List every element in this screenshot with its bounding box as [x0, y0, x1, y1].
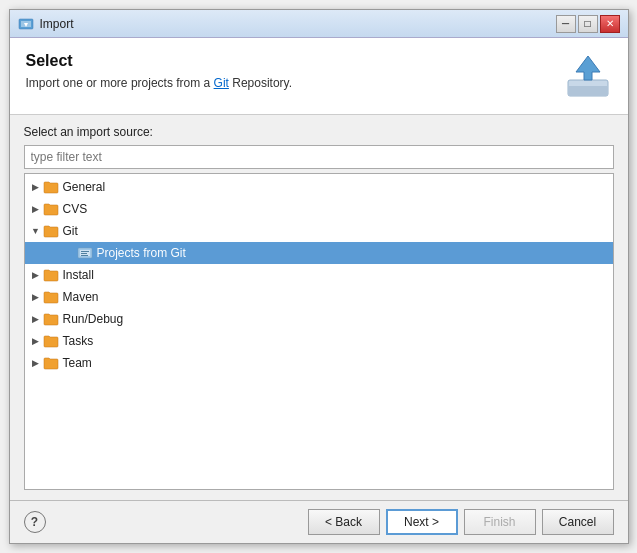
folder-icon-projects-from-git — [77, 245, 93, 261]
tree-item-cvs-label: CVS — [63, 202, 88, 216]
tree-item-tasks-label: Tasks — [63, 334, 94, 348]
maximize-button[interactable]: □ — [578, 15, 598, 33]
folder-icon-git — [43, 223, 59, 239]
cancel-button[interactable]: Cancel — [542, 509, 614, 535]
content-area: Select Import one or more projects from … — [10, 38, 628, 543]
tree-item-general-label: General — [63, 180, 106, 194]
header-text: Select Import one or more projects from … — [26, 52, 293, 90]
footer-buttons: < Back Next > Finish Cancel — [308, 509, 614, 535]
tree-item-tasks[interactable]: ▶ Tasks — [25, 330, 613, 352]
window-icon — [18, 16, 34, 32]
back-button[interactable]: < Back — [308, 509, 380, 535]
svg-rect-10 — [81, 255, 88, 256]
expand-arrow-cvs: ▶ — [29, 202, 43, 216]
expand-arrow-run-debug: ▶ — [29, 312, 43, 326]
finish-button[interactable]: Finish — [464, 509, 536, 535]
expand-arrow-tasks: ▶ — [29, 334, 43, 348]
title-bar: Import ─ □ ✕ — [10, 10, 628, 38]
tree-item-run-debug-label: Run/Debug — [63, 312, 124, 326]
close-button[interactable]: ✕ — [600, 15, 620, 33]
tree-item-maven[interactable]: ▶ Maven — [25, 286, 613, 308]
tree-container: ▶ General ▶ — [24, 173, 614, 490]
svg-rect-8 — [81, 251, 89, 252]
expand-arrow-general: ▶ — [29, 180, 43, 194]
tree-item-maven-label: Maven — [63, 290, 99, 304]
tree-item-team-label: Team — [63, 356, 92, 370]
tree-item-projects-from-git[interactable]: Projects from Git — [25, 242, 613, 264]
import-dialog: Import ─ □ ✕ Select Import one or more p… — [9, 9, 629, 544]
tree-item-team[interactable]: ▶ Team — [25, 352, 613, 374]
svg-marker-5 — [576, 56, 600, 80]
expand-arrow-git: ▼ — [29, 224, 43, 238]
tree-item-general[interactable]: ▶ General — [25, 176, 613, 198]
tree-item-install-label: Install — [63, 268, 94, 282]
folder-icon-run-debug — [43, 311, 59, 327]
tree-item-projects-from-git-label: Projects from Git — [97, 246, 186, 260]
tree-item-install[interactable]: ▶ Install — [25, 264, 613, 286]
tree-item-git-label: Git — [63, 224, 78, 238]
folder-icon-cvs — [43, 201, 59, 217]
expand-arrow-install: ▶ — [29, 268, 43, 282]
tree-item-git[interactable]: ▼ Git — [25, 220, 613, 242]
folder-icon-tasks — [43, 333, 59, 349]
tree-list[interactable]: ▶ General ▶ — [25, 174, 613, 489]
git-link: Git — [214, 76, 229, 90]
folder-icon-team — [43, 355, 59, 371]
filter-input[interactable] — [24, 145, 614, 169]
main-section: Select an import source: ▶ General — [10, 115, 628, 500]
next-button[interactable]: Next > — [386, 509, 458, 535]
tree-item-cvs[interactable]: ▶ CVS — [25, 198, 613, 220]
help-button[interactable]: ? — [24, 511, 46, 533]
window-title: Import — [40, 17, 556, 31]
page-title: Select — [26, 52, 293, 70]
import-icon — [564, 52, 612, 100]
window-controls: ─ □ ✕ — [556, 15, 620, 33]
expand-arrow-team: ▶ — [29, 356, 43, 370]
folder-icon-maven — [43, 289, 59, 305]
source-label: Select an import source: — [24, 125, 614, 139]
tree-spacer — [25, 374, 613, 454]
tree-item-run-debug[interactable]: ▶ Run/Debug — [25, 308, 613, 330]
folder-icon-install — [43, 267, 59, 283]
svg-rect-9 — [81, 253, 87, 254]
header-description: Import one or more projects from a Git R… — [26, 76, 293, 90]
expand-arrow-maven: ▶ — [29, 290, 43, 304]
folder-icon-general — [43, 179, 59, 195]
footer-section: ? < Back Next > Finish Cancel — [10, 500, 628, 543]
minimize-button[interactable]: ─ — [556, 15, 576, 33]
svg-rect-4 — [568, 86, 608, 96]
header-section: Select Import one or more projects from … — [10, 38, 628, 115]
